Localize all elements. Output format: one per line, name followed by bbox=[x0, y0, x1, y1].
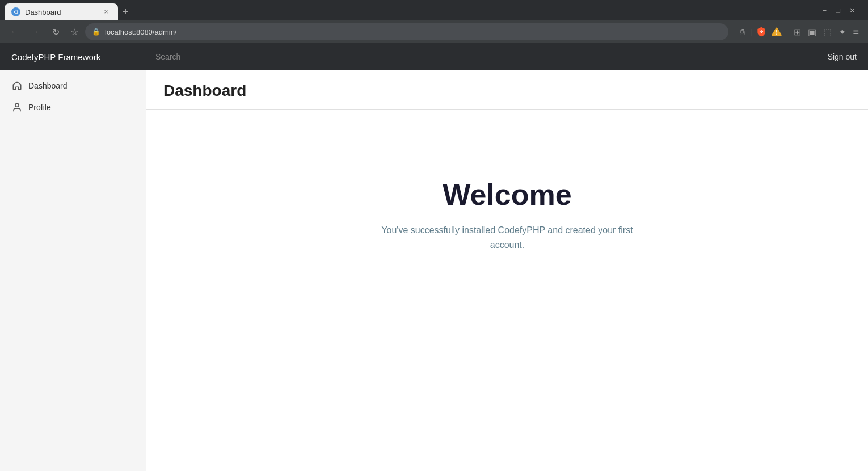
main-content: Dashboard Welcome You've successfully in… bbox=[146, 70, 868, 471]
brave-shield-icon bbox=[756, 26, 767, 37]
window-minimize-button[interactable]: − bbox=[819, 6, 831, 15]
app-container: Dashboard Profile Dashboard Welcome You'… bbox=[0, 70, 868, 471]
search-area bbox=[146, 52, 816, 62]
reload-button[interactable]: ↻ bbox=[48, 24, 64, 40]
alert-icon bbox=[771, 26, 782, 37]
active-tab[interactable]: ⚙ Dashboard × bbox=[5, 3, 118, 20]
back-button[interactable]: ← bbox=[7, 24, 23, 40]
sidebar: Dashboard Profile bbox=[0, 70, 146, 471]
lock-icon: 🔒 bbox=[92, 28, 100, 36]
forward-button[interactable]: → bbox=[27, 24, 43, 40]
home-icon bbox=[11, 81, 23, 91]
address-text: localhost:8080/admin/ bbox=[105, 28, 176, 36]
top-navbar: CodefyPHP Framework Sign out bbox=[0, 43, 868, 70]
welcome-area: Welcome You've successfully installed Co… bbox=[146, 110, 868, 320]
sign-out-button[interactable]: Sign out bbox=[816, 48, 868, 66]
person-svg bbox=[12, 102, 22, 112]
person-icon bbox=[11, 102, 23, 112]
new-tab-button[interactable]: + bbox=[118, 3, 133, 20]
sidebar-item-profile[interactable]: Profile bbox=[0, 96, 146, 118]
favicon-letter: ⚙ bbox=[14, 9, 19, 15]
home-svg bbox=[12, 81, 22, 91]
address-bar[interactable]: 🔒 localhost:8080/admin/ bbox=[85, 23, 728, 40]
window-controls: − □ ✕ bbox=[819, 6, 863, 15]
welcome-subtext: You've successfully installed CodefyPHP … bbox=[365, 223, 649, 252]
sidebar-item-profile-label: Profile bbox=[28, 103, 51, 112]
tab-title: Dashboard bbox=[25, 8, 96, 16]
wallet-button[interactable]: ⬚ bbox=[821, 26, 834, 39]
tab-favicon: ⚙ bbox=[11, 7, 20, 16]
tab-close-button[interactable]: × bbox=[101, 7, 111, 17]
sidebar-toggle-button[interactable]: ▣ bbox=[806, 26, 819, 39]
browser-titlebar: ⚙ Dashboard × + − □ ✕ bbox=[0, 0, 868, 20]
bookmark-button[interactable]: ☆ bbox=[68, 27, 81, 37]
search-input[interactable] bbox=[155, 52, 807, 61]
page-header: Dashboard bbox=[146, 70, 868, 110]
tab-bar: ⚙ Dashboard × + bbox=[5, 0, 133, 20]
brave-shield-button[interactable] bbox=[755, 26, 768, 38]
action-separator: | bbox=[750, 28, 752, 36]
leo-button[interactable]: ✦ bbox=[836, 26, 848, 39]
welcome-heading: Welcome bbox=[443, 178, 571, 212]
sidebar-item-dashboard[interactable]: Dashboard bbox=[0, 75, 146, 96]
alert-button[interactable] bbox=[771, 26, 782, 37]
svg-point-2 bbox=[15, 103, 19, 107]
right-browser-actions: ⊞ ▣ ⬚ ✦ ≡ bbox=[791, 25, 861, 39]
sidebar-item-dashboard-label: Dashboard bbox=[28, 81, 68, 90]
window-close-button[interactable]: ✕ bbox=[846, 6, 859, 15]
brand-name: CodefyPHP Framework bbox=[0, 52, 146, 62]
browser-actions: ⎙ | bbox=[738, 26, 782, 38]
window-maximize-button[interactable]: □ bbox=[832, 6, 844, 15]
browser-toolbar: ← → ↻ ☆ 🔒 localhost:8080/admin/ ⎙ | ⊞ ▣ bbox=[0, 20, 868, 43]
page-title: Dashboard bbox=[163, 82, 851, 100]
extensions-button[interactable]: ⊞ bbox=[791, 26, 803, 39]
share-icon[interactable]: ⎙ bbox=[738, 26, 747, 37]
menu-button[interactable]: ≡ bbox=[850, 25, 861, 39]
